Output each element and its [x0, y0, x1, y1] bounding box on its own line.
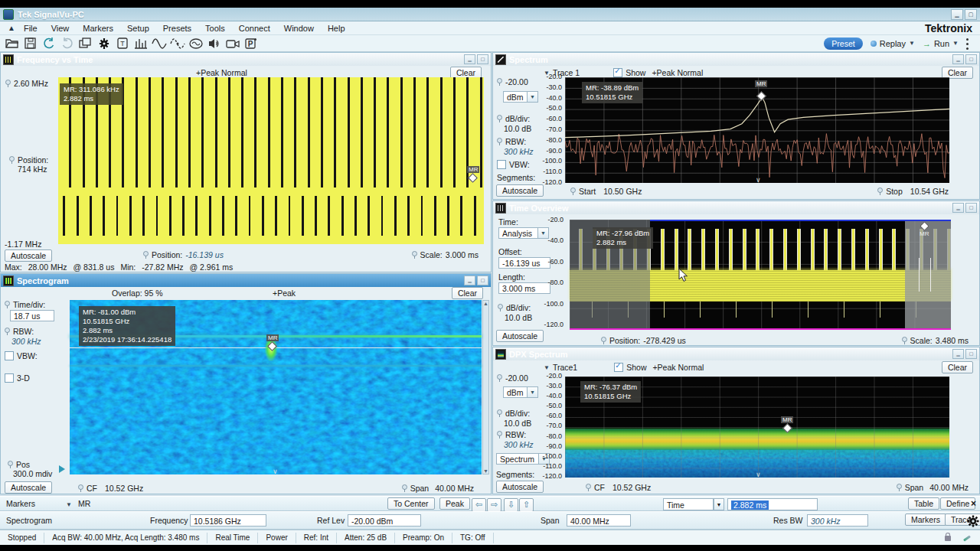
start-frequency[interactable]: Start10.50 GHz — [570, 187, 642, 196]
checkbox-icon[interactable] — [497, 160, 506, 169]
adjust-knob-icon[interactable] — [896, 484, 902, 491]
panel-maximize-button[interactable]: ▢ — [477, 54, 488, 64]
adjust-knob-icon[interactable] — [496, 138, 502, 145]
dbdiv-value[interactable]: 10.0 dB — [504, 419, 531, 428]
waveform-icon[interactable] — [152, 37, 167, 51]
displays-icon[interactable] — [78, 37, 93, 51]
panel-minimize-button[interactable]: ▁ — [464, 54, 475, 64]
autoscale-button[interactable]: Autoscale — [496, 481, 544, 493]
vbw-checkbox[interactable]: VBW: — [5, 351, 38, 360]
open-icon[interactable] — [5, 37, 20, 51]
menu-item[interactable]: View — [44, 22, 77, 34]
panel-minimize-button[interactable]: ▁ — [952, 203, 964, 213]
pulse-icon[interactable] — [133, 37, 149, 51]
adjust-knob-icon[interactable] — [570, 187, 576, 195]
frequency-input[interactable]: 10.5186 GHz — [190, 514, 266, 527]
adjust-knob-icon[interactable] — [142, 251, 149, 259]
ref-level-control[interactable]: -20.00 — [496, 77, 528, 86]
panel-minimize-button[interactable]: ▁ — [952, 349, 964, 359]
adjust-knob-icon[interactable] — [4, 328, 10, 335]
marker-label[interactable]: MR — [918, 230, 930, 237]
adjust-knob-icon[interactable] — [600, 337, 606, 344]
minimize-button[interactable]: ▁ — [951, 9, 963, 20]
markers-button[interactable]: Markers — [905, 514, 946, 526]
center-frequency[interactable]: CF10.52 GHz — [585, 483, 651, 492]
spectrum-plot[interactable]: MR: -38.89 dBm 10.51815 GHz MR ∨ — [565, 77, 949, 183]
audio-demod-icon[interactable] — [188, 37, 204, 51]
dbdiv-label-row[interactable]: dB/div: — [496, 114, 530, 123]
scroll-grip[interactable] — [919, 258, 920, 291]
menu-item[interactable]: File — [17, 22, 44, 34]
peak-right-button[interactable]: ⇨ — [487, 498, 501, 512]
resbw-input[interactable]: 300 kHz — [807, 514, 868, 527]
y-axis-top[interactable]: 2.60 MHz — [5, 79, 48, 88]
dbdiv-label-row[interactable]: dB/div: — [497, 303, 531, 312]
ref-level-control[interactable]: -20.00 — [496, 373, 528, 383]
marker-label[interactable]: MR — [467, 166, 479, 173]
x-position-readout[interactable]: Position:-16.139 us — [142, 250, 224, 259]
spectrogram-scrollbar[interactable]: ▲▼ — [482, 300, 489, 474]
preset-p-icon[interactable]: P — [243, 37, 259, 51]
spectrogram-plot[interactable]: MR: -81.00 dBm 10.51815 GHz 2.882 ms 2/2… — [70, 300, 482, 474]
marker-domain-select[interactable]: Time ▼ — [663, 498, 724, 510]
menu-item[interactable]: Connect — [232, 22, 277, 34]
table-button[interactable]: Table — [908, 497, 939, 510]
dbdiv-value[interactable]: 10.0 dB — [504, 124, 531, 133]
rbw-label-row[interactable]: RBW: — [4, 327, 34, 336]
autoscale-button[interactable]: Autoscale — [5, 249, 52, 262]
rbw-label-row[interactable]: RBW: — [496, 137, 526, 146]
x-scale-readout[interactable]: Scale:3.000 ms — [411, 250, 479, 259]
dbdiv-label-row[interactable]: dB/div: — [496, 409, 530, 418]
time-pointer-icon[interactable] — [59, 465, 65, 473]
clear-button[interactable]: Clear — [942, 361, 973, 373]
rbw-value[interactable]: 300 kHz — [504, 147, 534, 156]
redo-icon[interactable] — [60, 37, 75, 51]
adjust-knob-icon[interactable] — [4, 301, 10, 308]
checkbox-checked-icon[interactable] — [614, 363, 623, 372]
checkbox-icon[interactable] — [5, 373, 14, 383]
undo-icon[interactable] — [41, 37, 57, 51]
scroll-up-icon[interactable]: ▲ — [483, 301, 488, 306]
ref-level-input[interactable]: -20.00 dBm — [348, 514, 421, 527]
rbw-value[interactable]: 300 kHz — [504, 440, 534, 449]
autoscale-button[interactable]: Autoscale — [496, 330, 544, 342]
panel-maximize-button[interactable]: ▢ — [477, 276, 488, 285]
overflow-menu-icon[interactable] — [966, 37, 969, 50]
dpx-plot[interactable]: MR: -76.37 dBm 10.51815 GHz MR ∨ — [565, 377, 949, 478]
scroll-grip[interactable] — [930, 258, 931, 291]
marker-select-caret[interactable]: ▼ — [66, 501, 72, 508]
to-center-button[interactable]: To Center — [387, 497, 435, 510]
scroll-down-icon[interactable]: ▼ — [483, 468, 488, 474]
rbw-value[interactable]: 300 kHz — [11, 337, 41, 346]
threed-checkbox[interactable]: 3-D — [5, 373, 30, 383]
adjust-knob-icon[interactable] — [877, 187, 883, 195]
panel-title-bar[interactable]: Frequency vs Time ▁▢ — [1, 53, 491, 66]
span-readout[interactable]: Span40.00 MHz — [896, 483, 969, 492]
vbw-checkbox[interactable]: VBW: — [497, 160, 530, 169]
marker-label[interactable]: MR — [755, 80, 767, 87]
pos-label-row[interactable]: Pos — [7, 460, 30, 469]
menu-item[interactable]: Window — [277, 22, 321, 34]
frequency-vs-time-plot[interactable]: MR: 311.086 kHz 2.882 ms MR — [58, 77, 484, 244]
span-input[interactable]: 40.00 MHz — [567, 514, 631, 527]
marker-value-input[interactable]: 2.882 ms — [727, 498, 818, 510]
panel-title-bar[interactable]: Spectrogram ▁▢ — [1, 274, 491, 287]
dropdown-icon[interactable]: ▼ — [714, 498, 724, 510]
peak-left-button[interactable]: ⇦ — [472, 498, 486, 512]
adjust-knob-icon[interactable] — [5, 80, 11, 87]
pos-value[interactable]: 300.0 mdiv — [13, 469, 52, 478]
trace-select[interactable]: ▼Trace1 — [544, 363, 577, 372]
panel-title-bar[interactable]: DPX Spectrum ▁▢ — [493, 347, 979, 360]
panel-maximize-button[interactable]: ▢ — [965, 54, 977, 64]
camera-icon[interactable] — [225, 37, 240, 51]
adjust-knob-icon[interactable] — [401, 484, 407, 492]
panel-maximize-button[interactable]: ▢ — [965, 349, 977, 359]
preset-button[interactable]: Preset — [824, 37, 862, 50]
panel-minimize-button[interactable]: ▁ — [464, 276, 475, 285]
panel-title-bar[interactable]: Spectrum ▁▢ — [493, 53, 979, 66]
eject-icon[interactable]: ▲ — [8, 24, 15, 32]
maximize-button[interactable]: ▢ — [965, 9, 977, 20]
save-icon[interactable] — [23, 37, 38, 51]
waveform-dashed-icon[interactable] — [170, 37, 185, 51]
run-dropdown-caret[interactable]: ▼ — [952, 40, 959, 47]
